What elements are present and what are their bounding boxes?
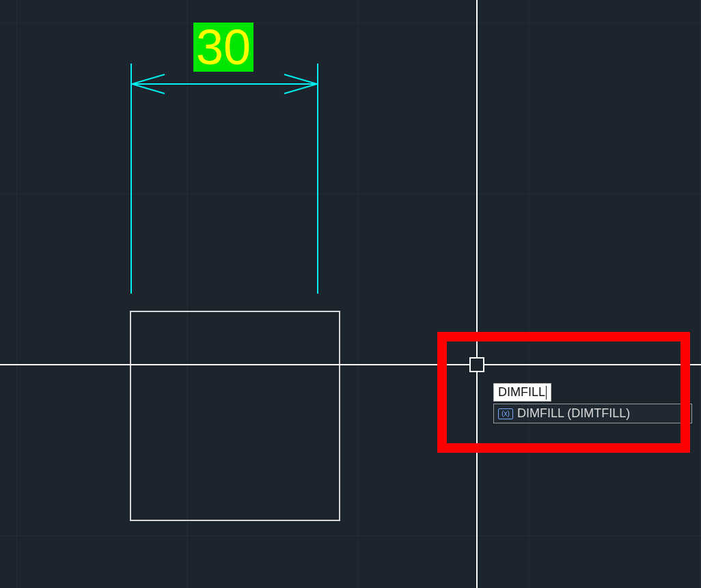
dimension-arrow-right-icon [283, 74, 317, 94]
cad-drawing-area[interactable]: 30 DIMFILL (x) DIMFILL (DIMTFILL) [0, 0, 701, 588]
grid-line [700, 0, 700, 588]
grid-line [358, 0, 359, 588]
dimension-extension-right[interactable] [317, 64, 318, 294]
dimension-value: 30 [196, 20, 251, 74]
crosshair-vertical [476, 0, 478, 588]
grid-line [0, 194, 701, 195]
crosshair-horizontal [0, 364, 701, 365]
grid-line [0, 23, 701, 23]
dimension-text[interactable]: 30 [193, 23, 253, 72]
system-variable-icon: (x) [498, 408, 513, 419]
crosshair-pickbox-icon [469, 357, 484, 372]
command-input-value: DIMFILL [498, 385, 545, 399]
command-suggestion-label: DIMFILL (DIMTFILL) [517, 406, 630, 421]
command-suggestion-item[interactable]: (x) DIMFILL (DIMTFILL) [493, 404, 692, 423]
dimension-extension-left[interactable] [130, 64, 132, 294]
drawn-rectangle[interactable] [130, 311, 340, 521]
command-input[interactable]: DIMFILL [493, 383, 551, 402]
annotation-highlight-frame [437, 332, 690, 453]
text-caret-icon [546, 386, 547, 400]
grid-line [16, 0, 17, 588]
grid-line [529, 0, 530, 588]
dimension-arrow-left-icon [132, 74, 166, 94]
grid-line [0, 535, 701, 536]
